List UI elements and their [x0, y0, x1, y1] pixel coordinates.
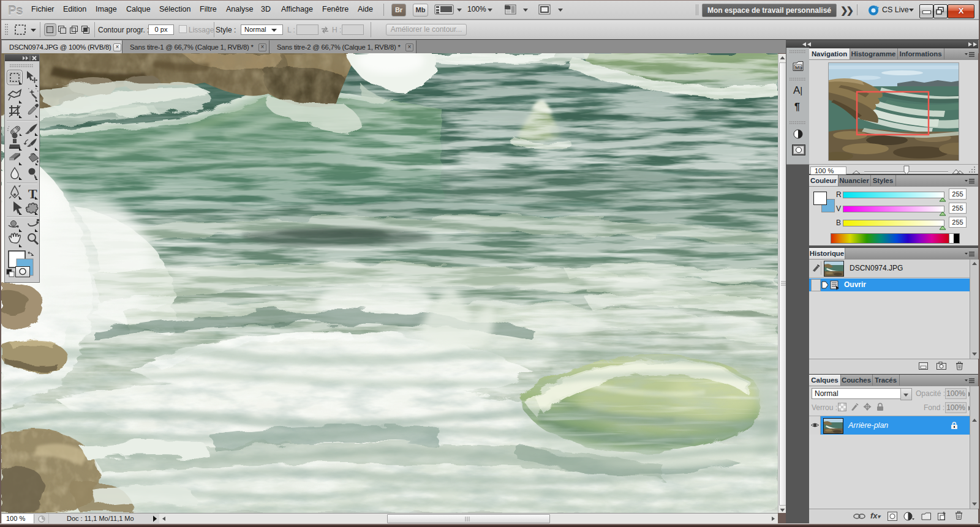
svg-text:Mb: Mb — [795, 65, 802, 70]
